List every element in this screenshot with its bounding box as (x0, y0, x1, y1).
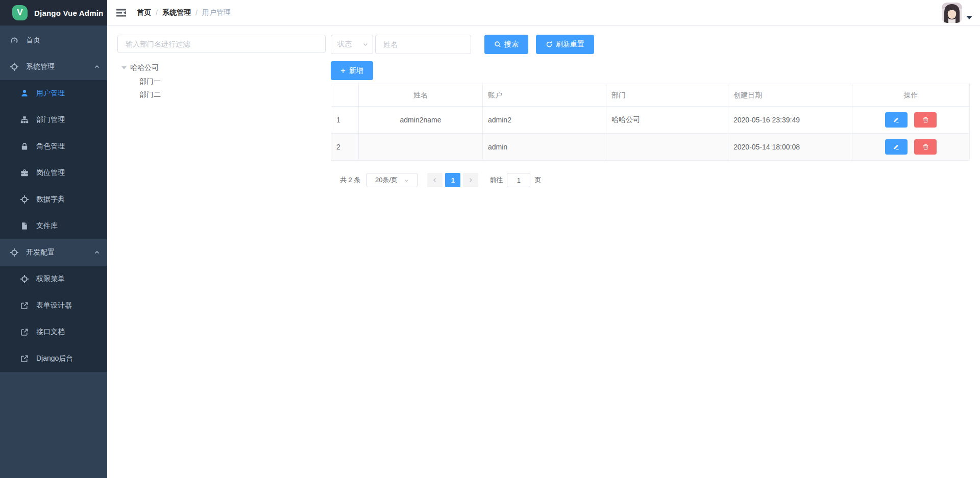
aim-icon (20, 195, 29, 204)
department-filter-input[interactable] (117, 35, 326, 53)
briefcase-icon (20, 169, 29, 177)
aim-icon (20, 275, 29, 283)
edit-button[interactable] (885, 139, 908, 155)
sidebar-menu: 首页 系统管理 用户管理 (0, 26, 107, 372)
external-link-icon (20, 355, 29, 363)
edit-icon (893, 143, 900, 150)
vue-logo-icon: V (12, 5, 28, 20)
page-jumper: 前往 页 (489, 173, 541, 187)
delete-button[interactable] (914, 139, 937, 155)
status-select[interactable]: 状态 (331, 35, 373, 54)
cell-created: 2020-05-14 18:00:08 (728, 134, 852, 161)
tree-node-company[interactable]: 哈哈公司 (117, 61, 326, 74)
chevron-left-icon (432, 177, 438, 183)
prev-page-button[interactable] (427, 173, 443, 187)
breadcrumb-home[interactable]: 首页 (137, 8, 151, 17)
breadcrumb-separator: / (195, 9, 198, 17)
search-button[interactable]: 搜索 (484, 35, 528, 54)
add-button-label: 新增 (349, 66, 363, 76)
sidebar-item-home[interactable]: 首页 (0, 27, 107, 54)
name-search-input[interactable] (375, 35, 471, 54)
page-size-select[interactable]: 20条/页 (366, 173, 418, 187)
top-navbar: 首页 / 系统管理 / 用户管理 (107, 0, 980, 26)
user-icon (20, 89, 29, 97)
sidebar-item-system-management[interactable]: 系统管理 (0, 54, 107, 80)
aim-icon (10, 63, 18, 71)
breadcrumb-separator: / (156, 9, 158, 17)
sidebar-item-dev-config[interactable]: 开发配置 (0, 239, 107, 266)
user-avatar[interactable] (942, 3, 962, 23)
sidebar-item-form-designer[interactable]: 表单设计器 (0, 292, 107, 319)
sidebar-item-label: 岗位管理 (36, 168, 65, 178)
chevron-up-icon (94, 249, 100, 256)
breadcrumb: 首页 / 系统管理 / 用户管理 (137, 8, 231, 17)
sidebar-item-department-management[interactable]: 部门管理 (0, 107, 107, 133)
page-jumper-input[interactable] (507, 173, 530, 187)
header-account: 账户 (483, 84, 606, 107)
sidebar-item-api-docs[interactable]: 接口文档 (0, 319, 107, 345)
pagination: 共 2 条 20条/页 1 前往 页 (331, 173, 970, 187)
pagination-total: 共 2 条 (340, 175, 360, 185)
refresh-icon (546, 41, 553, 48)
sidebar-item-label: 文件库 (36, 221, 58, 231)
jumper-prefix: 前往 (489, 175, 503, 185)
edit-button[interactable] (885, 112, 908, 128)
sidebar-item-label: 开发配置 (26, 248, 55, 257)
sidebar-item-label: 部门管理 (36, 115, 65, 124)
cell-index: 2 (331, 134, 359, 161)
sidebar-item-user-management[interactable]: 用户管理 (0, 80, 107, 107)
add-button[interactable]: + 新增 (331, 61, 373, 80)
table-row: 2 admin 2020-05-14 18:00:08 (331, 134, 970, 161)
search-button-label: 搜索 (504, 40, 519, 49)
table-row: 1 admin2name admin2 哈哈公司 2020-05-16 23:3… (331, 107, 970, 134)
breadcrumb-system[interactable]: 系统管理 (162, 8, 191, 17)
content: 哈哈公司 部门一 部门二 状态 (107, 26, 980, 478)
header-created: 创建日期 (728, 84, 852, 107)
sidebar-item-django-backend[interactable]: Django后台 (0, 345, 107, 372)
main-area: 首页 / 系统管理 / 用户管理 哈哈公司 (107, 0, 980, 478)
sidebar-item-post-management[interactable]: 岗位管理 (0, 160, 107, 186)
breadcrumb-current: 用户管理 (202, 8, 231, 17)
status-select-placeholder: 状态 (337, 40, 352, 49)
sidebar-item-file-library[interactable]: 文件库 (0, 213, 107, 239)
sidebar-item-data-dictionary[interactable]: 数据字典 (0, 186, 107, 213)
refresh-reset-button[interactable]: 刷新重置 (536, 35, 594, 54)
sidebar-logo[interactable]: V Django Vue Admin (0, 0, 107, 26)
next-page-button[interactable] (463, 173, 478, 187)
header-index (331, 84, 359, 107)
cell-actions (852, 107, 970, 134)
chevron-down-icon (404, 178, 409, 183)
plus-icon: + (340, 66, 346, 75)
chevron-down-icon (362, 41, 369, 47)
sidebar-item-label: 接口文档 (36, 328, 65, 337)
aim-icon (10, 248, 18, 257)
cell-account: admin (483, 134, 606, 161)
cell-index: 1 (331, 107, 359, 134)
cell-created: 2020-05-16 23:39:49 (728, 107, 852, 134)
sidebar-item-role-management[interactable]: 角色管理 (0, 133, 107, 160)
page-size-value: 20条/页 (375, 175, 398, 185)
header-department: 部门 (606, 84, 728, 107)
user-table: 姓名 账户 部门 创建日期 操作 1 admin2name ad (331, 84, 970, 161)
hamburger-icon[interactable] (116, 7, 128, 18)
department-tree: 哈哈公司 部门一 部门二 (117, 61, 326, 101)
external-link-icon (20, 301, 29, 310)
dashboard-icon (10, 36, 18, 44)
sidebar-item-label: 首页 (26, 36, 40, 45)
page-number-button[interactable]: 1 (445, 173, 460, 187)
delete-button[interactable] (914, 112, 937, 128)
lock-icon (20, 142, 29, 150)
tree-node-dept-1[interactable]: 部门一 (117, 74, 326, 88)
tree-node-dept-2[interactable]: 部门二 (117, 88, 326, 101)
caret-down-icon[interactable] (121, 66, 127, 69)
reset-button-label: 刷新重置 (556, 40, 584, 49)
header-name: 姓名 (359, 84, 483, 107)
cell-name (359, 134, 483, 161)
sidebar-item-label: 角色管理 (36, 142, 65, 151)
department-panel: 哈哈公司 部门一 部门二 (117, 35, 326, 101)
external-link-icon (20, 328, 29, 336)
chevron-up-icon (94, 64, 100, 70)
caret-down-icon[interactable] (966, 16, 972, 19)
sidebar-item-permission-menu[interactable]: 权限菜单 (0, 266, 107, 292)
cell-department (606, 134, 728, 161)
